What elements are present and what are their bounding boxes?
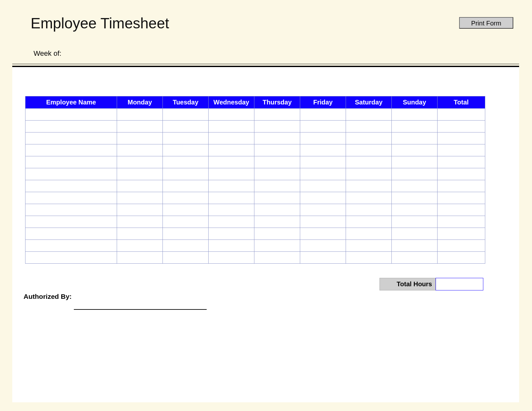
table-cell[interactable]: [254, 109, 300, 121]
table-cell[interactable]: [163, 204, 209, 216]
table-cell[interactable]: [300, 240, 346, 252]
table-cell[interactable]: [438, 252, 485, 264]
table-cell[interactable]: [25, 121, 117, 132]
table-cell[interactable]: [346, 156, 392, 168]
table-cell[interactable]: [163, 252, 209, 264]
table-cell[interactable]: [117, 204, 163, 216]
table-cell[interactable]: [163, 121, 209, 132]
table-cell[interactable]: [438, 204, 485, 216]
table-cell[interactable]: [25, 109, 117, 121]
table-cell[interactable]: [25, 228, 117, 240]
table-cell[interactable]: [392, 156, 438, 168]
authorized-by-input[interactable]: [74, 301, 207, 310]
table-cell[interactable]: [117, 228, 163, 240]
table-cell[interactable]: [346, 252, 392, 264]
table-cell[interactable]: [346, 109, 392, 121]
table-cell[interactable]: [300, 109, 346, 121]
table-cell[interactable]: [254, 240, 300, 252]
table-cell[interactable]: [163, 168, 209, 180]
table-cell[interactable]: [209, 204, 254, 216]
table-cell[interactable]: [25, 252, 117, 264]
table-cell[interactable]: [25, 204, 117, 216]
table-cell[interactable]: [438, 132, 485, 144]
table-cell[interactable]: [209, 144, 254, 156]
table-cell[interactable]: [346, 132, 392, 144]
table-cell[interactable]: [300, 168, 346, 180]
table-cell[interactable]: [438, 144, 485, 156]
table-cell[interactable]: [25, 168, 117, 180]
table-cell[interactable]: [300, 204, 346, 216]
table-cell[interactable]: [254, 132, 300, 144]
table-cell[interactable]: [163, 132, 209, 144]
table-cell[interactable]: [117, 121, 163, 132]
table-cell[interactable]: [300, 132, 346, 144]
table-cell[interactable]: [117, 192, 163, 204]
table-cell[interactable]: [346, 216, 392, 228]
table-cell[interactable]: [438, 168, 485, 180]
table-cell[interactable]: [254, 252, 300, 264]
table-cell[interactable]: [117, 168, 163, 180]
table-cell[interactable]: [209, 252, 254, 264]
table-cell[interactable]: [392, 252, 438, 264]
table-cell[interactable]: [254, 168, 300, 180]
table-cell[interactable]: [438, 192, 485, 204]
table-cell[interactable]: [209, 180, 254, 192]
table-cell[interactable]: [392, 240, 438, 252]
table-cell[interactable]: [209, 156, 254, 168]
table-cell[interactable]: [117, 180, 163, 192]
table-cell[interactable]: [346, 192, 392, 204]
table-cell[interactable]: [392, 204, 438, 216]
table-cell[interactable]: [438, 109, 485, 121]
table-cell[interactable]: [25, 192, 117, 204]
table-cell[interactable]: [163, 192, 209, 204]
table-cell[interactable]: [117, 156, 163, 168]
table-cell[interactable]: [25, 216, 117, 228]
table-cell[interactable]: [163, 144, 209, 156]
table-cell[interactable]: [300, 252, 346, 264]
table-cell[interactable]: [254, 156, 300, 168]
table-cell[interactable]: [209, 216, 254, 228]
table-cell[interactable]: [438, 228, 485, 240]
table-cell[interactable]: [300, 216, 346, 228]
table-cell[interactable]: [346, 180, 392, 192]
table-cell[interactable]: [254, 228, 300, 240]
table-cell[interactable]: [438, 156, 485, 168]
table-cell[interactable]: [117, 109, 163, 121]
table-cell[interactable]: [163, 216, 209, 228]
table-cell[interactable]: [392, 192, 438, 204]
table-cell[interactable]: [392, 132, 438, 144]
table-cell[interactable]: [163, 240, 209, 252]
table-cell[interactable]: [117, 144, 163, 156]
table-cell[interactable]: [163, 180, 209, 192]
table-cell[interactable]: [254, 192, 300, 204]
table-cell[interactable]: [346, 204, 392, 216]
table-cell[interactable]: [25, 156, 117, 168]
table-cell[interactable]: [25, 240, 117, 252]
table-cell[interactable]: [346, 240, 392, 252]
table-cell[interactable]: [209, 168, 254, 180]
table-cell[interactable]: [346, 121, 392, 132]
table-cell[interactable]: [25, 132, 117, 144]
table-cell[interactable]: [392, 109, 438, 121]
print-form-button[interactable]: Print Form: [459, 17, 513, 29]
table-cell[interactable]: [117, 132, 163, 144]
table-cell[interactable]: [438, 121, 485, 132]
table-cell[interactable]: [25, 144, 117, 156]
table-cell[interactable]: [163, 156, 209, 168]
table-cell[interactable]: [254, 216, 300, 228]
table-cell[interactable]: [117, 252, 163, 264]
table-cell[interactable]: [117, 216, 163, 228]
table-cell[interactable]: [438, 180, 485, 192]
table-cell[interactable]: [300, 228, 346, 240]
table-cell[interactable]: [300, 144, 346, 156]
table-cell[interactable]: [300, 192, 346, 204]
table-cell[interactable]: [254, 180, 300, 192]
table-cell[interactable]: [346, 168, 392, 180]
table-cell[interactable]: [346, 228, 392, 240]
table-cell[interactable]: [300, 156, 346, 168]
table-cell[interactable]: [438, 240, 485, 252]
table-cell[interactable]: [392, 168, 438, 180]
table-cell[interactable]: [163, 109, 209, 121]
table-cell[interactable]: [300, 180, 346, 192]
table-cell[interactable]: [438, 216, 485, 228]
